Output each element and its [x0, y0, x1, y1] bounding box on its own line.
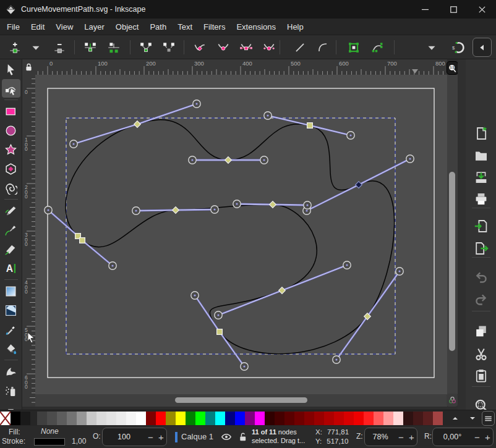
- opacity-increase-button[interactable]: +: [156, 432, 166, 442]
- palette-swatch[interactable]: [215, 412, 225, 425]
- snapping-options-button[interactable]: $: [449, 38, 468, 56]
- join-with-segment-button[interactable]: [137, 38, 155, 56]
- close-button[interactable]: [468, 0, 496, 19]
- menu-help[interactable]: Help: [281, 19, 309, 35]
- tweak-tool-button[interactable]: [2, 362, 20, 381]
- palette-swatch[interactable]: [37, 412, 47, 425]
- rotation-increase-button[interactable]: +: [482, 432, 493, 442]
- menu-layer[interactable]: Layer: [79, 19, 110, 35]
- color-managed-display-toggle[interactable]: [447, 394, 458, 407]
- palette-swatch[interactable]: [433, 412, 443, 425]
- node-symmetric-button[interactable]: [237, 38, 255, 56]
- palette-swatch[interactable]: [11, 412, 20, 425]
- segment-line-button[interactable]: [291, 38, 309, 56]
- node-corner-button[interactable]: [190, 38, 209, 56]
- rotation-decrease-button[interactable]: −: [472, 432, 482, 442]
- undo-button[interactable]: [471, 266, 492, 287]
- join-nodes-button[interactable]: [81, 38, 100, 56]
- box3d-tool-button[interactable]: [2, 159, 20, 178]
- control-handle[interactable]: [406, 155, 414, 163]
- dropper-tool-button[interactable]: [2, 320, 20, 339]
- insert-node-options-dropdown-button[interactable]: [27, 38, 45, 56]
- layer-lock-icon[interactable]: [237, 431, 248, 442]
- palette-swatch[interactable]: [77, 412, 87, 425]
- control-handle[interactable]: [396, 268, 403, 275]
- node-smooth-button[interactable]: [214, 38, 233, 56]
- palette-swatch[interactable]: [255, 412, 265, 425]
- node-auto-button[interactable]: [260, 38, 278, 56]
- rectangle-tool-button[interactable]: [2, 102, 20, 120]
- palette-swatch[interactable]: [393, 412, 403, 425]
- path-node[interactable]: [270, 201, 276, 208]
- palette-swatch[interactable]: [403, 412, 413, 425]
- open-document-button[interactable]: [471, 145, 492, 166]
- palette-swatch[interactable]: [374, 412, 383, 425]
- break-nodes-button[interactable]: [105, 38, 123, 56]
- control-handle[interactable]: [260, 156, 268, 164]
- stroke-color-swatch[interactable]: [34, 438, 65, 446]
- redo-button[interactable]: [471, 289, 492, 310]
- palette-swatch[interactable]: [96, 412, 106, 425]
- palette-swatch[interactable]: [57, 412, 67, 425]
- menu-extensions[interactable]: Extensions: [231, 19, 281, 35]
- delete-node-button[interactable]: [50, 38, 69, 56]
- palette-swatch[interactable]: [334, 412, 344, 425]
- node-tool-button[interactable]: [2, 79, 20, 98]
- gradient-tool-button[interactable]: [2, 282, 20, 300]
- opacity-value[interactable]: 100: [103, 433, 145, 441]
- palette-swatch[interactable]: [344, 412, 354, 425]
- path-node-active[interactable]: [356, 182, 362, 188]
- palette-swatch-none[interactable]: [0, 412, 11, 425]
- duplicate-button[interactable]: [471, 321, 492, 342]
- vertical-ruler[interactable]: 0100200300400500600: [22, 75, 35, 407]
- palette-swatch[interactable]: [275, 412, 284, 425]
- palette-swatch[interactable]: [195, 412, 205, 425]
- control-handle[interactable]: [304, 201, 311, 209]
- palette-scroll-up-button[interactable]: [448, 412, 463, 425]
- opacity-decrease-button[interactable]: −: [145, 432, 156, 442]
- fill-value[interactable]: None: [41, 427, 59, 436]
- control-handle[interactable]: [211, 206, 218, 213]
- palette-swatch[interactable]: [304, 412, 314, 425]
- ellipse-tool-button[interactable]: [2, 121, 20, 140]
- selector-tool-button[interactable]: [2, 60, 20, 78]
- palette-swatch[interactable]: [106, 412, 116, 425]
- spiral-tool-button[interactable]: [2, 179, 20, 197]
- palette-swatch[interactable]: [324, 412, 334, 425]
- palette-swatch[interactable]: [166, 412, 176, 425]
- stroke-width-value[interactable]: 1,00: [72, 437, 86, 446]
- overflow-dropdown-button[interactable]: [422, 38, 441, 56]
- palette-swatch[interactable]: [186, 412, 195, 425]
- palette-menu-button[interactable]: [482, 411, 495, 426]
- horizontal-scrollbar-thumb[interactable]: [175, 397, 307, 403]
- palette-swatch[interactable]: [156, 412, 166, 425]
- control-handle[interactable]: [189, 156, 196, 164]
- bezier-path[interactable]: [66, 120, 395, 354]
- control-handle[interactable]: [343, 261, 351, 269]
- palette-swatch[interactable]: [235, 412, 245, 425]
- control-handle[interactable]: [45, 206, 52, 214]
- horizontal-scrollbar[interactable]: [35, 394, 447, 407]
- control-handle[interactable]: [193, 100, 200, 108]
- palette-swatch[interactable]: [87, 412, 96, 425]
- control-handle[interactable]: [70, 140, 77, 148]
- opacity-spinbox[interactable]: 100 − +: [102, 428, 167, 446]
- calligraphy-tool-button[interactable]: [2, 240, 20, 258]
- palette-swatch[interactable]: [205, 412, 215, 425]
- menu-object[interactable]: Object: [110, 19, 145, 35]
- path-node[interactable]: [80, 238, 85, 243]
- paste-button[interactable]: [471, 365, 492, 386]
- palette-scroll-down-button[interactable]: [465, 412, 480, 425]
- export-image-button[interactable]: [471, 238, 492, 259]
- palette-swatch[interactable]: [383, 412, 393, 425]
- menu-filters[interactable]: Filters: [198, 19, 231, 35]
- control-handle[interactable]: [233, 200, 241, 208]
- palette-swatch[interactable]: [284, 412, 294, 425]
- zoom-spinbox[interactable]: 78% − +: [364, 428, 417, 446]
- path-node[interactable]: [217, 329, 223, 335]
- menu-file[interactable]: File: [1, 19, 25, 35]
- palette-swatch[interactable]: [47, 412, 57, 425]
- control-handle[interactable]: [132, 207, 140, 214]
- path-node[interactable]: [225, 157, 232, 164]
- control-handle[interactable]: [191, 292, 199, 299]
